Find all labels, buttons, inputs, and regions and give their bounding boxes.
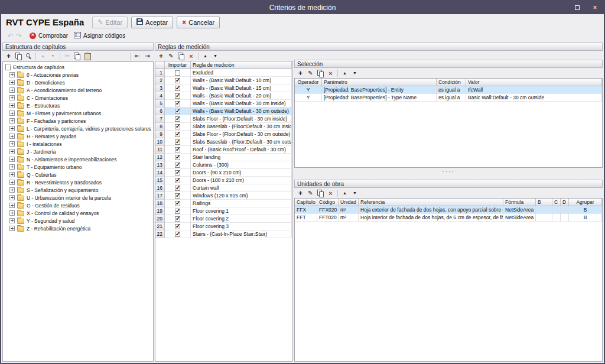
maximize-button[interactable] <box>568 1 586 14</box>
copy-rule-button[interactable] <box>177 52 186 60</box>
expand-icon[interactable] <box>9 157 15 162</box>
expand-icon[interactable] <box>9 149 15 154</box>
rule-row[interactable]: 20 Floor covering 2 <box>155 215 292 223</box>
expand-icon[interactable] <box>9 118 15 124</box>
expand-icon[interactable] <box>9 110 15 116</box>
tree-root-item[interactable]: Estructura de capítulos <box>5 63 153 71</box>
rule-row[interactable]: 3 Walls - (Basic Wall:Default - 15 cm) <box>155 84 292 92</box>
chapter-tree-item[interactable]: Y - Seguridad y salud <box>5 217 153 225</box>
redo-button[interactable]: ↷ <box>15 32 24 40</box>
importar-checkbox[interactable] <box>175 155 180 160</box>
expand-icon[interactable] <box>9 141 15 147</box>
rule-row[interactable]: 21 Floor covering 3 <box>155 223 292 230</box>
expand-icon[interactable] <box>9 218 15 223</box>
cut-button[interactable]: ✂ <box>63 52 71 60</box>
move-rule-up-button[interactable]: ▲ <box>201 52 210 60</box>
importar-checkbox[interactable] <box>175 232 180 237</box>
outdent-button[interactable]: ⇤ <box>133 52 142 60</box>
expand-icon[interactable] <box>9 203 15 208</box>
importar-checkbox[interactable] <box>175 147 180 152</box>
expand-icon[interactable] <box>9 187 15 193</box>
chapter-tree-item[interactable]: Z - Rehabilitación energética <box>5 225 153 232</box>
add-work-unit-button[interactable]: + <box>296 189 305 197</box>
titlebar[interactable]: Criterios de medición × <box>1 1 604 14</box>
selection-row[interactable]: Y [Propiedad: BaseProperties] - Entity e… <box>295 86 602 94</box>
chapter-tree-item[interactable]: C - Cimentaciones <box>5 94 153 102</box>
importar-checkbox[interactable] <box>175 109 180 114</box>
add-chapter-button[interactable]: + <box>4 52 13 60</box>
chapter-tree-item[interactable]: D - Demoliciones <box>5 79 153 86</box>
importar-checkbox[interactable] <box>175 170 180 176</box>
work-unit-row[interactable]: FFT FFT020 m² Hoja interior de fachada d… <box>295 214 602 222</box>
close-button[interactable]: × <box>586 1 604 14</box>
importar-checkbox[interactable] <box>175 70 180 76</box>
importar-checkbox[interactable] <box>175 224 180 229</box>
search-button[interactable] <box>24 52 33 60</box>
importar-checkbox[interactable] <box>175 193 180 199</box>
move-rule-down-button[interactable]: ▼ <box>211 52 220 60</box>
move-work-unit-up-button[interactable]: ▲ <box>340 189 349 197</box>
importar-checkbox[interactable] <box>175 132 180 137</box>
expand-icon[interactable] <box>9 95 15 100</box>
rule-row[interactable]: 12 Stair landing <box>155 154 292 161</box>
chapter-tree-item[interactable]: J - Jardinería <box>5 148 153 155</box>
move-work-unit-down-button[interactable]: ▼ <box>350 189 359 197</box>
move-chapter-down-button[interactable]: ▼ <box>48 52 57 60</box>
copy-button[interactable] <box>73 52 82 60</box>
chapter-tree-item[interactable]: N - Aislamientos e impermeabilizaciones <box>5 155 153 163</box>
expand-icon[interactable] <box>9 72 15 77</box>
rule-row[interactable]: 19 Floor covering 1 <box>155 207 292 215</box>
assign-codes-button[interactable]: Asignar códigos <box>74 32 125 40</box>
rule-row[interactable]: 1 Excluded <box>155 69 292 77</box>
chapter-tree-item[interactable]: U - Urbanización interior de la parcela <box>5 194 153 202</box>
expand-icon[interactable] <box>9 210 15 216</box>
copy-condition-button[interactable] <box>316 69 325 77</box>
expand-icon[interactable] <box>9 195 15 200</box>
move-chapter-up-button[interactable]: ▲ <box>38 52 47 60</box>
rule-row[interactable]: 8 Slabs Baseslab - (Floor:Default - 30 c… <box>155 123 292 131</box>
chapter-tree-item[interactable]: R - Revestimientos y trasdosados <box>5 178 153 186</box>
rule-row[interactable]: 16 Curtain wall <box>155 184 292 192</box>
edit-button[interactable]: ✎ Editar <box>92 17 128 28</box>
move-condition-up-button[interactable]: ▲ <box>340 69 349 77</box>
rule-row[interactable]: 6 Walls - (Basic Wall:Default - 30 cm ou… <box>155 108 292 115</box>
importar-checkbox[interactable] <box>175 116 180 122</box>
expand-icon[interactable] <box>9 126 15 131</box>
importar-checkbox[interactable] <box>175 178 180 183</box>
rule-row[interactable]: 18 Railings <box>155 200 292 207</box>
chapter-tree-item[interactable]: M - Firmes y pavimentos urbanos <box>5 109 153 117</box>
rule-row[interactable]: 7 Slabs Floor - (Floor:Default - 30 cm i… <box>155 115 292 123</box>
expand-icon[interactable] <box>9 134 15 139</box>
importar-checkbox[interactable] <box>175 124 180 129</box>
paste-button[interactable] <box>83 52 92 60</box>
check-button[interactable]: Comprobar <box>30 32 68 39</box>
panel-splitter[interactable]: ···· <box>294 168 603 175</box>
expand-icon[interactable] <box>9 172 15 177</box>
edit-work-unit-button[interactable]: ✎ <box>306 189 315 197</box>
undo-button[interactable]: ↶ <box>6 32 15 40</box>
importar-checkbox[interactable] <box>175 101 180 106</box>
edit-condition-button[interactable]: ✎ <box>306 69 315 77</box>
expand-icon[interactable] <box>9 80 15 85</box>
chapter-tree-item[interactable]: X - Control de calidad y ensayos <box>5 209 153 217</box>
expand-icon[interactable] <box>9 164 15 170</box>
move-condition-down-button[interactable]: ▼ <box>350 69 359 77</box>
edit-rule-button[interactable]: ✎ <box>167 52 175 60</box>
chapter-tree-item[interactable]: G - Gestión de residuos <box>5 202 153 209</box>
rule-row[interactable]: 2 Walls - (Basic Wall:Default - 10 cm) <box>155 77 292 84</box>
chapter-tree-item[interactable]: T - Equipamiento urbano <box>5 163 153 171</box>
cancel-button[interactable]: × Cancelar <box>177 17 220 28</box>
chapter-tree-item[interactable]: Q - Cubiertas <box>5 171 153 178</box>
add-condition-button[interactable]: + <box>296 69 305 77</box>
rule-row[interactable]: 22 Stairs - (Cast-In-Place Stair:Stair) <box>155 230 292 238</box>
importar-checkbox[interactable] <box>175 186 180 191</box>
rule-row[interactable]: 9 Slabs Floor - (Floor:Default - 30 cm o… <box>155 131 292 138</box>
rule-row[interactable]: 5 Walls - (Basic Wall:Default - 30 cm in… <box>155 100 292 108</box>
expand-icon[interactable] <box>9 180 15 185</box>
chapter-tree-item[interactable]: L - Carpintería, cerrajería, vidrios y p… <box>5 125 153 132</box>
duplicate-chapter-button[interactable] <box>14 52 23 60</box>
work-unit-row[interactable]: FFX FFX020 m² Hoja exterior de fachada d… <box>295 206 602 214</box>
importar-checkbox[interactable] <box>175 86 180 91</box>
importar-checkbox[interactable] <box>175 139 180 145</box>
rule-row[interactable]: 11 Roof - (Basic Roof:Roof - Default - 3… <box>155 146 292 154</box>
